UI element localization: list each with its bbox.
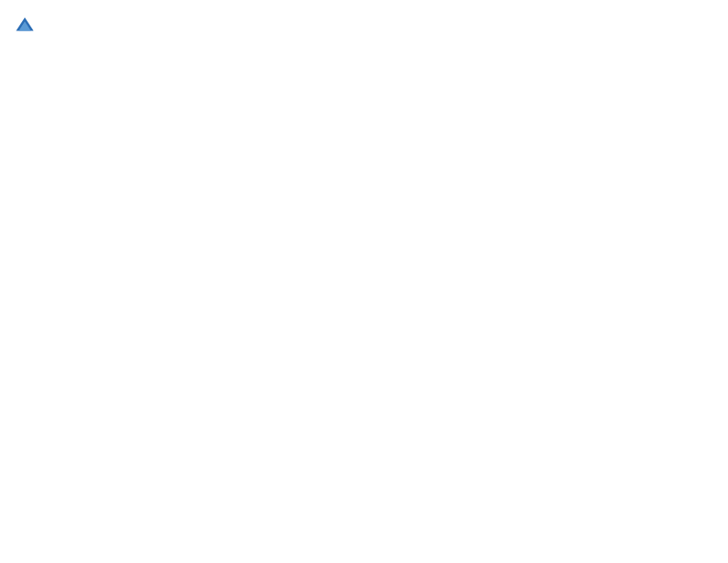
page-header [15, 15, 713, 35]
logo-icon [15, 15, 35, 35]
logo [15, 15, 37, 35]
